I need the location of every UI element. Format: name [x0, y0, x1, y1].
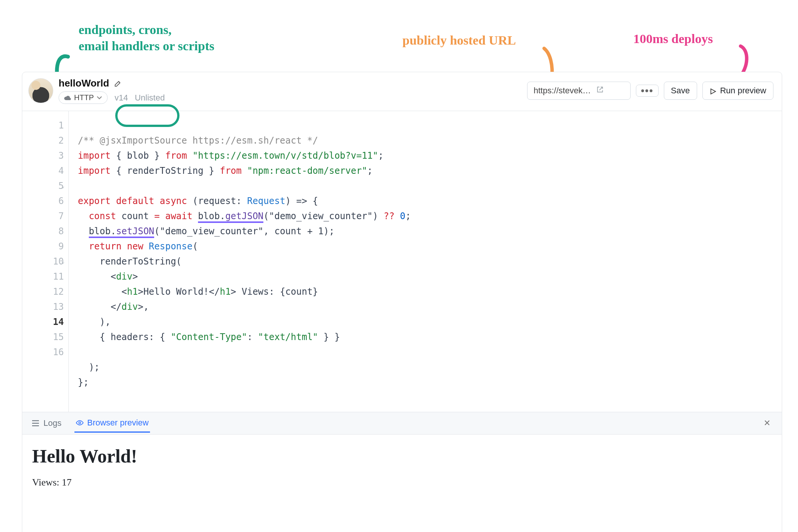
annotation-fast-deploys: 100ms deploys — [633, 31, 713, 47]
code-line: ), — [78, 317, 111, 327]
run-preview-button[interactable]: Run preview — [702, 82, 773, 100]
preview-views: Views: 17 — [32, 477, 772, 488]
ellipsis-icon: ••• — [641, 89, 653, 93]
eye-icon — [76, 420, 84, 426]
code-line: export default async (request: Request) … — [78, 196, 318, 206]
code-line: </div>, — [78, 302, 149, 312]
preview-heading: Hello World! — [32, 445, 772, 467]
more-menu-button[interactable]: ••• — [636, 85, 658, 97]
close-preview-button[interactable]: ✕ — [761, 417, 773, 430]
code-line: const count = await blob.getJSON("demo_v… — [78, 211, 411, 223]
code-content[interactable]: /** @jsxImportSource https://esm.sh/reac… — [69, 111, 420, 412]
code-line: import { blob } from "https://esm.town/v… — [78, 150, 384, 161]
code-line: ); — [78, 362, 100, 373]
val-title: helloWorld — [59, 77, 109, 89]
avatar[interactable] — [28, 78, 53, 103]
save-button[interactable]: Save — [664, 82, 697, 100]
line-number-gutter: 1 2 3 4 5⌄ 6 7 8 9 10⌄ 11 12 13 14 15 16 — [22, 111, 69, 412]
tab-logs[interactable]: Logs — [31, 414, 63, 432]
code-line: <h1>Hello World!</h1> Views: {count} — [78, 286, 318, 297]
cloud-icon — [64, 95, 71, 101]
chevron-down-icon — [97, 95, 102, 101]
fold-icon[interactable]: ⌄ — [62, 178, 65, 193]
version-label: v14 — [114, 93, 128, 103]
code-line: blob.setJSON("demo_view_counter", count … — [78, 226, 334, 238]
code-line: /** @jsxImportSource https://esm.sh/reac… — [78, 135, 318, 146]
editor-panel: helloWorld HTTP v14 Unlisted https://ste… — [22, 72, 782, 532]
tab-browser-preview-label: Browser preview — [87, 418, 149, 428]
code-line — [78, 181, 83, 191]
type-badge-label: HTTP — [74, 93, 94, 102]
annotation-endpoints: endpoints, crons, email handlers or scri… — [79, 22, 214, 54]
save-button-label: Save — [671, 86, 690, 96]
tab-logs-label: Logs — [43, 418, 62, 428]
play-icon — [710, 87, 716, 94]
public-url-text: https://stevek… — [534, 86, 591, 96]
code-editor[interactable]: 1 2 3 4 5⌄ 6 7 8 9 10⌄ 11 12 13 14 15 16… — [22, 111, 782, 412]
run-preview-label: Run preview — [720, 86, 766, 96]
logs-icon — [32, 420, 40, 426]
code-line: import { renderToString } from "npm:reac… — [78, 165, 373, 176]
external-link-icon[interactable] — [596, 86, 604, 96]
code-line: <div> — [78, 271, 138, 282]
browser-preview: Hello World! Views: 17 — [22, 434, 782, 532]
edit-icon[interactable] — [113, 79, 123, 88]
svg-point-0 — [79, 422, 80, 424]
tab-browser-preview[interactable]: Browser preview — [74, 414, 150, 433]
output-tabs: Logs Browser preview ✕ — [22, 412, 782, 434]
code-line: return new Response( — [78, 241, 198, 252]
visibility-label: Unlisted — [135, 93, 165, 103]
code-line: renderToString( — [78, 256, 182, 267]
code-line: { headers: { "Content-Type": "text/html"… — [78, 329, 411, 345]
fold-icon[interactable]: ⌄ — [62, 254, 65, 269]
public-url-box[interactable]: https://stevek… — [527, 82, 631, 100]
editor-topbar: helloWorld HTTP v14 Unlisted https://ste… — [22, 72, 782, 111]
code-line: }; — [78, 377, 89, 388]
annotation-public-url: publicly hosted URL — [402, 32, 516, 49]
type-badge[interactable]: HTTP — [59, 91, 108, 104]
